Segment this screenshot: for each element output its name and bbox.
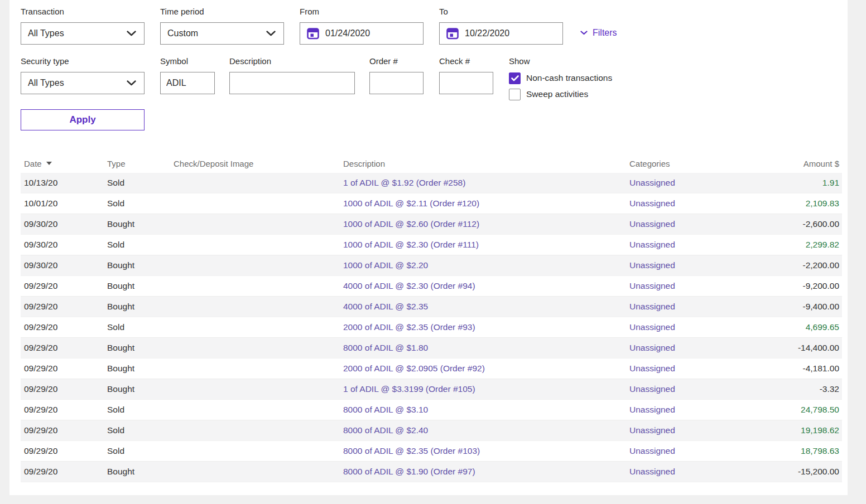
row-description-link[interactable]: 8000 of ADIL @ $1.90 (Order #97) — [340, 467, 626, 477]
show-options-group: Show Non-cash transactions Sweep activit… — [509, 56, 612, 100]
row-amount: -15,200.00 — [793, 467, 842, 477]
row-description-link[interactable]: 2000 of ADIL @ $2.35 (Order #93) — [340, 322, 626, 332]
transaction-label: Transaction — [21, 7, 145, 19]
row-description-link[interactable]: 2000 of ADIL @ $2.0905 (Order #92) — [340, 364, 626, 374]
row-date: 09/29/20 — [21, 384, 104, 394]
table-row: 09/29/20 Sold 8000 of ADIL @ $3.10 Unass… — [21, 400, 842, 420]
row-description-link[interactable]: 4000 of ADIL @ $2.30 (Order #94) — [340, 281, 626, 291]
apply-button[interactable]: Apply — [21, 109, 145, 130]
row-category-link[interactable]: Unassigned — [626, 260, 793, 270]
checkbox-box[interactable] — [509, 72, 521, 84]
table-row: 09/30/20 Bought 1000 of ADIL @ $2.60 (Or… — [21, 214, 842, 235]
row-category-link[interactable]: Unassigned — [626, 302, 793, 312]
row-date: 09/29/20 — [21, 322, 104, 332]
checkbox-box[interactable] — [509, 89, 521, 100]
table-row: 09/29/20 Bought 4000 of ADIL @ $2.35 Una… — [21, 297, 842, 317]
security-type-select[interactable]: All Types — [21, 72, 145, 94]
row-category-link[interactable]: Unassigned — [626, 198, 793, 209]
row-description-link[interactable]: 8000 of ADIL @ $3.10 — [340, 405, 626, 415]
row-type: Bought — [104, 467, 170, 477]
row-description-link[interactable]: 8000 of ADIL @ $2.40 — [340, 425, 626, 435]
order-number-group: Order # — [369, 56, 424, 94]
from-date-input[interactable]: 01/24/2020 — [300, 22, 424, 45]
row-amount: 19,198.62 — [793, 425, 842, 435]
security-type-select-value: All Types — [28, 78, 64, 88]
row-type: Sold — [104, 240, 170, 250]
row-description-link[interactable]: 1000 of ADIL @ $2.60 (Order #112) — [340, 219, 626, 229]
row-date: 09/30/20 — [21, 240, 104, 250]
row-category-link[interactable]: Unassigned — [626, 384, 793, 394]
table-body: 10/13/20 Sold 1 of ADIL @ $1.92 (Order #… — [21, 173, 842, 482]
time-period-select[interactable]: Custom — [160, 22, 284, 45]
row-type: Bought — [104, 219, 170, 229]
column-header-categories[interactable]: Categories — [626, 159, 793, 168]
non-cash-transactions-label: Non-cash transactions — [526, 73, 612, 83]
row-category-link[interactable]: Unassigned — [626, 219, 793, 229]
row-category-link[interactable]: Unassigned — [626, 322, 793, 332]
row-type: Sold — [104, 425, 170, 435]
row-date: 09/29/20 — [21, 302, 104, 312]
check-number-label: Check # — [439, 56, 493, 69]
from-date-value: 01/24/2020 — [325, 28, 370, 38]
row-category-link[interactable]: Unassigned — [626, 364, 793, 374]
table-row: 09/29/20 Sold 8000 of ADIL @ $2.35 (Orde… — [21, 441, 842, 462]
column-header-check-image[interactable]: Check/Deposit Image — [170, 159, 340, 168]
row-description-link[interactable]: 1 of ADIL @ $1.92 (Order #258) — [340, 178, 626, 188]
row-type: Sold — [104, 405, 170, 415]
row-description-link[interactable]: 8000 of ADIL @ $1.80 — [340, 343, 626, 353]
row-date: 09/29/20 — [21, 405, 104, 415]
table-row: 09/29/20 Bought 1 of ADIL @ $3.3199 (Ord… — [21, 379, 842, 400]
check-number-group: Check # — [439, 56, 493, 94]
chevron-down-icon — [127, 31, 136, 36]
symbol-input[interactable] — [160, 72, 215, 94]
table-row: 09/29/20 Bought 8000 of ADIL @ $1.90 (Or… — [21, 462, 842, 482]
row-amount: -3.32 — [793, 384, 842, 394]
row-type: Bought — [104, 260, 170, 270]
description-input[interactable] — [229, 72, 355, 94]
row-category-link[interactable]: Unassigned — [626, 178, 793, 188]
description-group: Description — [229, 56, 355, 94]
row-type: Bought — [104, 364, 170, 374]
row-type: Bought — [104, 281, 170, 291]
row-category-link[interactable]: Unassigned — [626, 343, 793, 353]
transaction-select[interactable]: All Types — [21, 22, 145, 45]
row-amount: -14,400.00 — [793, 343, 842, 353]
check-number-input[interactable] — [439, 72, 493, 94]
calendar-icon[interactable] — [307, 27, 319, 40]
calendar-icon[interactable] — [446, 27, 459, 40]
symbol-group: Symbol — [160, 56, 215, 94]
table-row: 09/29/20 Bought 2000 of ADIL @ $2.0905 (… — [21, 358, 842, 379]
column-header-date[interactable]: Date — [21, 159, 104, 168]
filters-toggle-label: Filters — [593, 28, 617, 38]
row-category-link[interactable]: Unassigned — [626, 240, 793, 250]
row-description-link[interactable]: 1000 of ADIL @ $2.20 — [340, 260, 626, 270]
column-header-description[interactable]: Description — [340, 159, 626, 168]
row-category-link[interactable]: Unassigned — [626, 281, 793, 291]
security-type-group: Security type All Types — [21, 56, 145, 94]
to-date-input[interactable]: 10/22/2020 — [439, 22, 563, 45]
table-row: 09/29/20 Bought 8000 of ADIL @ $1.80 Una… — [21, 338, 842, 358]
filters-toggle[interactable]: Filters — [580, 28, 617, 38]
non-cash-transactions-checkbox[interactable]: Non-cash transactions — [509, 72, 612, 84]
row-category-link[interactable]: Unassigned — [626, 405, 793, 415]
row-date: 09/29/20 — [21, 446, 104, 456]
order-number-input[interactable] — [369, 72, 424, 94]
table-row: 09/30/20 Sold 1000 of ADIL @ $2.30 (Orde… — [21, 235, 842, 255]
row-amount: 18,798.63 — [793, 446, 842, 456]
row-description-link[interactable]: 4000 of ADIL @ $2.35 — [340, 302, 626, 312]
transaction-filter-group: Transaction All Types — [21, 7, 145, 45]
description-filter-label: Description — [229, 56, 355, 69]
row-description-link[interactable]: 1000 of ADIL @ $2.30 (Order #111) — [340, 240, 626, 250]
column-header-amount[interactable]: Amount $ — [793, 159, 842, 168]
row-description-link[interactable]: 1000 of ADIL @ $2.11 (Order #120) — [340, 198, 626, 209]
row-category-link[interactable]: Unassigned — [626, 446, 793, 456]
table-header: Date Type Check/Deposit Image Descriptio… — [21, 154, 842, 173]
row-amount: 2,299.82 — [793, 240, 842, 250]
row-category-link[interactable]: Unassigned — [626, 467, 793, 477]
row-category-link[interactable]: Unassigned — [626, 425, 793, 435]
sweep-activities-checkbox[interactable]: Sweep activities — [509, 88, 612, 100]
row-description-link[interactable]: 1 of ADIL @ $3.3199 (Order #105) — [340, 384, 626, 394]
table-row: 10/13/20 Sold 1 of ADIL @ $1.92 (Order #… — [21, 173, 842, 193]
row-description-link[interactable]: 8000 of ADIL @ $2.35 (Order #103) — [340, 446, 626, 456]
column-header-type[interactable]: Type — [104, 159, 170, 168]
